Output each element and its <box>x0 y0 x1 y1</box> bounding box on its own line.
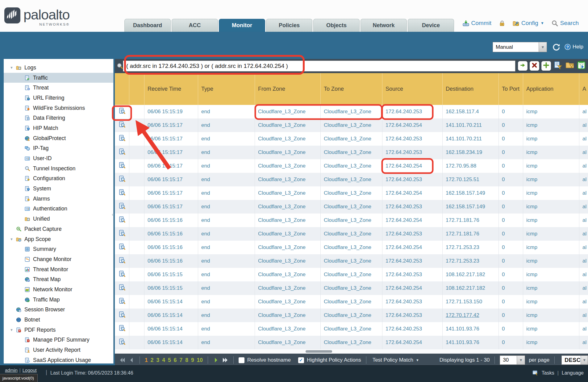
cell-from-zone[interactable]: Cloudflare_L3_Zone <box>255 159 321 173</box>
log-detail-button[interactable] <box>115 281 129 295</box>
log-detail-button[interactable] <box>115 336 129 349</box>
sidebar-item-summary[interactable]: Summary <box>4 244 113 254</box>
cell-to-zone[interactable]: Cloudflare_L3_Zone <box>321 254 382 268</box>
cell-from-zone[interactable]: Cloudflare_L3_Zone <box>255 118 321 132</box>
log-detail-button[interactable] <box>115 227 129 241</box>
tasks-button[interactable]: Tasks <box>542 370 554 376</box>
cell-to-zone[interactable]: Cloudflare_L3_Zone <box>321 159 382 173</box>
sidebar-item-logs[interactable]: ▼Logs <box>4 63 113 73</box>
cell-to-zone[interactable]: Cloudflare_L3_Zone <box>321 336 382 349</box>
column-header-application[interactable]: Application <box>523 73 579 105</box>
sidebar-item-change-monitor[interactable]: Change Monitor <box>4 254 113 264</box>
resolve-hostname-checkbox[interactable]: Resolve hostname <box>239 357 291 363</box>
cell-application[interactable]: icmp <box>523 200 579 214</box>
cell-application[interactable]: icmp <box>523 132 579 146</box>
page-number-5[interactable]: 5 <box>168 357 171 363</box>
log-detail-button[interactable] <box>115 268 129 281</box>
cell-source[interactable]: 172.64.240.253 <box>382 268 443 281</box>
cell-application[interactable]: icmp <box>523 105 579 118</box>
cell-from-zone[interactable]: Cloudflare_L3_Zone <box>255 132 321 146</box>
cell-from-zone[interactable]: Cloudflare_L3_Zone <box>255 241 321 254</box>
cell-to-zone[interactable]: Cloudflare_L3_Zone <box>321 241 382 254</box>
tree-expand-icon[interactable]: ▼ <box>9 328 16 332</box>
cell-source[interactable]: 172.64.240.254 <box>382 159 443 173</box>
per-page-select[interactable]: 30 ▼ <box>500 355 525 365</box>
sidebar-item-url-filtering[interactable]: URL Filtering <box>4 93 113 103</box>
cell-source[interactable]: 172.64.240.253 <box>382 173 443 186</box>
sidebar-item-globalprotect[interactable]: GlobalProtect <box>4 133 113 143</box>
sidebar-item-hip-match[interactable]: HIP Match <box>4 123 113 133</box>
cell-application[interactable]: icmp <box>523 173 579 186</box>
chevron-down-icon[interactable]: ▼ <box>517 356 525 364</box>
sidebar-item-data-filtering[interactable]: Data Filtering <box>4 113 113 123</box>
page-number-3[interactable]: 3 <box>156 357 159 363</box>
sidebar-item-user-activity-report[interactable]: User Activity Report <box>4 345 113 355</box>
cell-destination[interactable]: 141.101.70.211 <box>443 118 499 132</box>
chevron-down-icon[interactable]: ▼ <box>581 356 588 364</box>
log-detail-button[interactable] <box>115 105 129 118</box>
sidebar-item-authentication[interactable]: Authentication <box>4 204 113 214</box>
cell-application[interactable]: icmp <box>523 227 579 241</box>
cell-from-zone[interactable]: Cloudflare_L3_Zone <box>255 200 321 214</box>
cell-from-zone[interactable]: Cloudflare_L3_Zone <box>255 105 321 118</box>
sidebar-item-wildfire-submissions[interactable]: WildFire Submissions <box>4 103 113 113</box>
cell-to-zone[interactable]: Cloudflare_L3_Zone <box>321 118 382 132</box>
sidebar-item-manage-pdf-summary[interactable]: Manage PDF Summary <box>4 335 113 345</box>
cell-from-zone[interactable]: Cloudflare_L3_Zone <box>255 254 321 268</box>
commit-button[interactable]: Commit <box>463 20 491 27</box>
test-policy-match-dropdown[interactable]: Test Policy Match ▼ <box>373 357 419 363</box>
last-page-button[interactable] <box>222 357 228 363</box>
cell-to-zone[interactable]: Cloudflare_L3_Zone <box>321 146 382 159</box>
lock-icon[interactable] <box>499 20 505 27</box>
log-detail-button[interactable] <box>115 146 129 159</box>
page-number-4[interactable]: 4 <box>162 357 165 363</box>
tab-device[interactable]: Device <box>408 19 454 32</box>
cell-source[interactable]: 172.64.240.253 <box>382 254 443 268</box>
cell-to-zone[interactable]: Cloudflare_L3_Zone <box>321 105 382 118</box>
page-number-7[interactable]: 7 <box>179 357 182 363</box>
cell-application[interactable]: icmp <box>523 146 579 159</box>
column-header-source[interactable]: Source <box>382 73 443 105</box>
log-detail-button[interactable] <box>115 159 129 173</box>
apply-filter-button[interactable] <box>518 61 528 71</box>
sidebar-item-threat[interactable]: Threat <box>4 83 113 93</box>
column-header-type[interactable]: Type <box>198 73 255 105</box>
page-number-8[interactable]: 8 <box>185 357 188 363</box>
cell-to-zone[interactable]: Cloudflare_L3_Zone <box>321 227 382 241</box>
cell-source[interactable]: 172.64.240.253 <box>382 105 443 118</box>
logout-link[interactable]: Logout <box>23 367 37 373</box>
column-header-to_zone[interactable]: To Zone <box>321 73 382 105</box>
column-header-to_port[interactable]: To Port <box>499 73 523 105</box>
language-button[interactable]: Language <box>562 370 584 376</box>
cell-application[interactable]: icmp <box>523 214 579 227</box>
column-header-receive_time[interactable]: Receive Time <box>144 73 198 105</box>
config-menu[interactable]: Config ▼ <box>513 20 544 27</box>
cell-to-zone[interactable]: Cloudflare_L3_Zone <box>321 173 382 186</box>
log-detail-button[interactable] <box>115 241 129 254</box>
cell-destination[interactable]: 162.158.157.149 <box>443 186 499 200</box>
sidebar-item-unified[interactable]: Unified <box>4 214 113 224</box>
cell-destination[interactable]: 172.71.253.23 <box>443 254 499 268</box>
tab-acc[interactable]: ACC <box>172 19 218 32</box>
sidebar-item-pdf-reports[interactable]: ▼PPDF Reports <box>4 325 113 335</box>
cell-destination[interactable]: 141.101.70.211 <box>443 132 499 146</box>
cell-from-zone[interactable]: Cloudflare_L3_Zone <box>255 281 321 295</box>
column-header-from_zone[interactable]: From Zone <box>255 73 321 105</box>
sort-order-select[interactable]: DESC ▼ <box>561 355 588 365</box>
cell-to-zone[interactable]: Cloudflare_L3_Zone <box>321 295 382 309</box>
sidebar-item-tunnel-inspection[interactable]: Tunnel Inspection <box>4 164 113 174</box>
page-number-6[interactable]: 6 <box>174 357 177 363</box>
log-detail-button[interactable] <box>115 200 129 214</box>
cell-destination[interactable]: 172.71.181.76 <box>443 227 499 241</box>
cell-destination[interactable]: 172.70.95.88 <box>443 159 499 173</box>
add-filter-button[interactable] <box>541 61 551 71</box>
horizontal-scrollbar-thumb[interactable] <box>306 350 332 353</box>
cell-application[interactable]: icmp <box>523 159 579 173</box>
sidebar-item-traffic-map[interactable]: Traffic Map <box>4 295 113 305</box>
cell-from-zone[interactable]: Cloudflare_L3_Zone <box>255 227 321 241</box>
tree-expand-icon[interactable]: ▼ <box>9 66 16 69</box>
cell-from-zone[interactable]: Cloudflare_L3_Zone <box>255 173 321 186</box>
cell-source[interactable]: 172.64.240.254 <box>382 336 443 349</box>
sidebar-item-threat-monitor[interactable]: Threat Monitor <box>4 264 113 275</box>
sidebar-item-configuration[interactable]: Configuration <box>4 174 113 184</box>
